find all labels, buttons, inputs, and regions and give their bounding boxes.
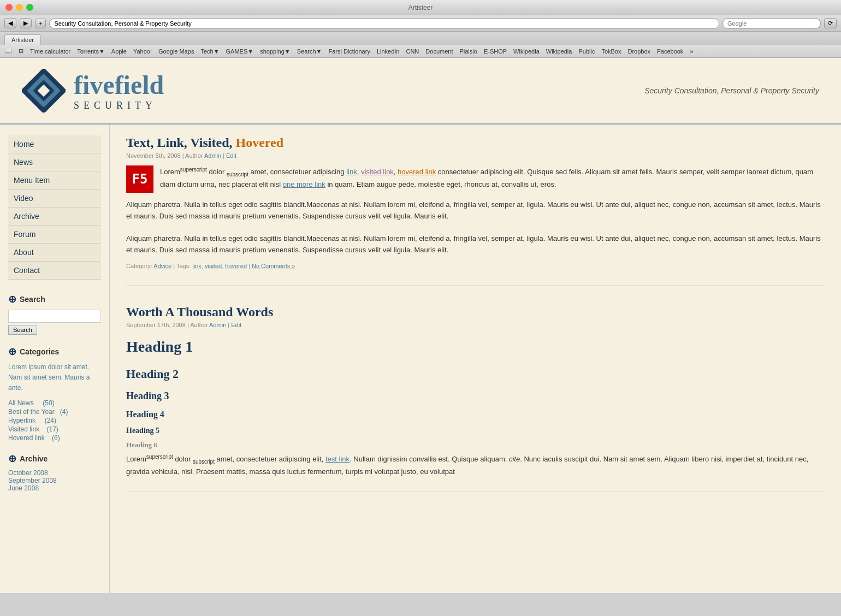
nav-link-contact[interactable]: Contact (8, 262, 101, 279)
archive-item-oct[interactable]: October 2008 (8, 469, 101, 477)
sidebar-search-input[interactable] (8, 310, 101, 323)
post-1-para2: Aliquam pharetra. Nulla in tellus eget o… (126, 233, 825, 256)
title-bar: Artisteer (0, 0, 841, 15)
search-label: Search (20, 295, 45, 304)
bookmark-time-calculator[interactable]: Time calculator (30, 48, 70, 55)
bookmark-dropbox[interactable]: Dropbox (627, 48, 650, 55)
link-visited[interactable]: visited link (361, 168, 394, 176)
category-advice-link[interactable]: Advice (153, 263, 171, 269)
tag-hovered[interactable]: hovered (225, 263, 247, 269)
bookmark-plaisio[interactable]: Plaisio (459, 48, 477, 55)
close-button[interactable] (5, 4, 13, 11)
cat-item-hyperlink[interactable]: Hyperlink (24) (8, 417, 101, 424)
archive-expand-icon[interactable]: ⊕ (8, 453, 16, 465)
post-1-title: Text, Link, Visited, Hovered (126, 135, 825, 150)
nav-link-forum[interactable]: Forum (8, 226, 101, 243)
bookmark-tokbox[interactable]: TokBox (601, 48, 621, 55)
link-normal[interactable]: link (346, 168, 357, 176)
post-2-title: Worth A Thousand Words (126, 305, 825, 319)
nav-link-menu[interactable]: Menu Item (8, 171, 101, 189)
nav-link-home[interactable]: Home (8, 135, 101, 153)
tag-visited[interactable]: visited (205, 263, 222, 269)
nav-bar: ◀ ▶ + ⟳ (0, 15, 841, 32)
post-1-author-link[interactable]: Admin (204, 152, 221, 159)
bookmark-more[interactable]: » (690, 48, 693, 55)
nav-item-contact[interactable]: Contact (8, 262, 101, 280)
bookmark-facebook[interactable]: Facebook (657, 48, 683, 55)
site-tagline: Security Consultation, Personal & Proper… (644, 86, 819, 95)
forward-button[interactable]: ▶ (20, 18, 32, 28)
cat-item-allnews[interactable]: All News (50) (8, 399, 101, 407)
bookmark-cnn[interactable]: CNN (406, 48, 419, 55)
one-more-link[interactable]: one more link (283, 180, 325, 188)
logo-name-part2: field (115, 70, 164, 99)
browser-search-input[interactable] (722, 18, 821, 29)
nav-link-video[interactable]: Video (8, 189, 101, 207)
bookmark-wikipedia[interactable]: Wikipedia (546, 48, 572, 55)
maximize-button[interactable] (26, 4, 33, 11)
bookmark-public[interactable]: Public (578, 48, 595, 55)
categories-expand-icon[interactable]: ⊕ (8, 346, 16, 358)
bookmarks-grid-icon: ⊞ (19, 48, 23, 55)
bookmark-yahoo[interactable]: Yahoo! (133, 48, 152, 55)
minimize-button[interactable] (16, 4, 23, 11)
active-tab[interactable]: Artisteer (4, 34, 41, 45)
post-1-content: F5 Loremsuperscript dolor subscript amet… (126, 165, 825, 271)
nav-item-video[interactable]: Video (8, 189, 101, 208)
post-2-author-label: Author (190, 322, 208, 328)
bookmark-shopping[interactable]: shopping▼ (260, 48, 291, 55)
bookmark-apple[interactable]: Apple (111, 48, 127, 55)
nav-item-news[interactable]: News (8, 153, 101, 171)
superscript-text: superscript (180, 167, 207, 173)
tag-link[interactable]: link (192, 263, 202, 269)
nav-link-about[interactable]: About (8, 244, 101, 261)
cat-item-bestofyear[interactable]: Best of the Year (4) (8, 408, 101, 416)
bookmark-document[interactable]: Document (425, 48, 453, 55)
post-1-meta: November 5th, 2008 | Author Admin | Edit (126, 152, 825, 159)
nav-item-forum[interactable]: Forum (8, 226, 101, 244)
categories-widget: ⊕ Categories Lorem ipsum dolor sit amet.… (8, 346, 101, 442)
bookmark-torrents[interactable]: Torrents▼ (77, 48, 105, 55)
post-1-author-label: Author (185, 152, 203, 159)
test-link[interactable]: test link (325, 455, 350, 463)
post-1-para1: Aliquam pharetra. Nulla in tellus eget o… (126, 199, 825, 222)
bookmark-linkedin[interactable]: LinkedIn (377, 48, 400, 55)
logo-text-area: fivefield SECURITY (74, 70, 164, 111)
archive-item-jun[interactable]: June 2008 (8, 484, 101, 492)
bookmark-google-maps[interactable]: Google Maps (158, 48, 194, 55)
logo-name-part1: five (74, 70, 115, 99)
back-button[interactable]: ◀ (4, 18, 16, 28)
post-2-title-link[interactable]: Worth A Thousand Words (126, 305, 273, 319)
bookmark-games[interactable]: GAMES▼ (226, 48, 254, 55)
post-2-edit-link[interactable]: Edit (231, 322, 241, 328)
bookmark-eshop[interactable]: E-SHOP (484, 48, 507, 55)
nav-item-menu[interactable]: Menu Item (8, 171, 101, 189)
nav-item-archive[interactable]: Archive (8, 208, 101, 226)
link-hovered[interactable]: hovered link (398, 168, 436, 176)
search-widget-title: ⊕ Search (8, 293, 101, 305)
post-2-author-link[interactable]: Admin (209, 322, 226, 328)
cat-item-visited[interactable]: Visited link (17) (8, 425, 101, 433)
bookmark-tech[interactable]: Tech▼ (200, 48, 219, 55)
new-tab-button[interactable]: + (35, 19, 46, 28)
nav-item-about[interactable]: About (8, 244, 101, 262)
search-expand-icon[interactable]: ⊕ (8, 293, 16, 305)
post-2-date: September 17th, 2008 (126, 322, 186, 328)
bookmark-you[interactable]: Wikipedia (513, 48, 540, 55)
browser-window: Artisteer ◀ ▶ + ⟳ Artisteer 📖 ⊞ Time cal… (0, 0, 841, 616)
refresh-button[interactable]: ⟳ (824, 18, 837, 28)
post-1-edit-link[interactable]: Edit (226, 152, 236, 159)
archive-item-sep[interactable]: September 2008 (8, 477, 101, 484)
post-1-title-link[interactable]: Text, Link, Visited, Hovered (126, 135, 283, 150)
cat-item-hovered[interactable]: Hovered link (6) (8, 434, 101, 442)
bookmark-search[interactable]: Search▼ (297, 48, 322, 55)
bookmark-farsi[interactable]: Farsi Dictionary (328, 48, 370, 55)
nav-link-news[interactable]: News (8, 153, 101, 171)
address-bar[interactable] (49, 18, 719, 29)
nav-link-archive[interactable]: Archive (8, 208, 101, 225)
sidebar-search-button[interactable]: Search (8, 325, 37, 335)
nav-item-home[interactable]: Home (8, 135, 101, 153)
heading-1: Heading 1 (126, 335, 825, 359)
heading-3: Heading 3 (126, 388, 825, 404)
comments-link[interactable]: No Comments » (252, 263, 295, 269)
